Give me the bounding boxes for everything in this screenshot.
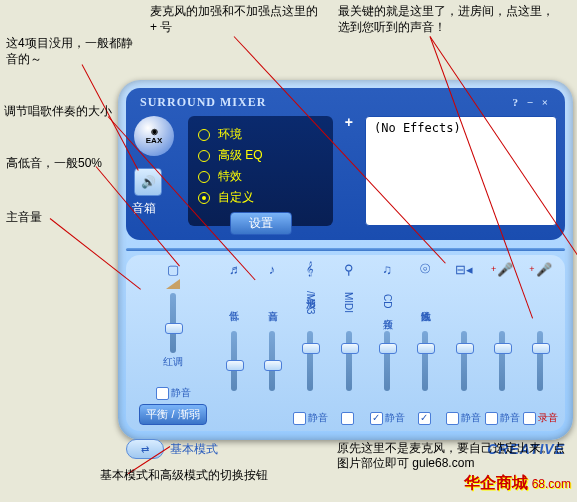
volume-slider[interactable]	[422, 331, 428, 391]
channel-9: +🎤录音	[522, 261, 559, 425]
volume-icon	[166, 277, 180, 291]
window-controls[interactable]: ? − ×	[512, 96, 551, 108]
annotation-treble-bass: 高低音，一般50%	[6, 156, 116, 172]
speaker-label: 音箱	[132, 200, 156, 217]
annotation-master-vol: 主音量	[6, 210, 42, 226]
mute-checkbox[interactable]: ✓	[418, 412, 431, 425]
channel-icon: ▢	[167, 261, 179, 277]
annotation-mic-boost: 麦克风的加强和不加强点这里的 + 号	[150, 4, 320, 35]
eax-logo: ◉EAX	[134, 116, 174, 156]
mute-checkbox[interactable]	[485, 412, 498, 425]
volume-slider[interactable]	[461, 331, 467, 391]
volume-slider[interactable]	[499, 331, 505, 391]
mute-label: 录音	[538, 411, 558, 425]
annotation-key-rec: 最关键的就是这里了，进房间，点这里，选到您听到的声音！	[338, 4, 558, 35]
window-title: SURROUND MIXER	[140, 95, 266, 110]
balance-button[interactable]: 平衡 / 渐弱	[139, 404, 206, 425]
volume-slider[interactable]	[346, 331, 352, 391]
title-bar: SURROUND MIXER ? − ×	[126, 88, 565, 116]
mode-label: 基本模式	[170, 441, 218, 458]
effects-list[interactable]: (No Effects)	[365, 116, 557, 226]
volume-slider[interactable]	[307, 331, 313, 391]
annotation-mic-select: 原先这里不是麦克风，要自己选定出来。点图片部位即可 gule68.com	[337, 441, 567, 472]
channel-8: +🎤静音	[483, 261, 520, 425]
mute-checkbox[interactable]	[341, 412, 354, 425]
radio-adv-eq[interactable]: 高级 EQ	[198, 147, 323, 164]
env-options: 环境 高级 EQ 特效 自定义 设置	[188, 116, 333, 226]
radio-effects[interactable]: 特效	[198, 168, 323, 185]
plus-icon[interactable]: +	[345, 114, 353, 130]
channel-icon: ⚲	[344, 261, 354, 277]
channel-icon: ⊟◂	[455, 261, 473, 277]
channel-label: 高音	[265, 279, 279, 327]
watermark: 华企商城 68.com	[464, 473, 571, 494]
volume-slider[interactable]	[384, 331, 390, 391]
volume-slider[interactable]	[537, 331, 543, 391]
mute-checkbox[interactable]	[446, 412, 459, 425]
annotation-mode-switch: 基本模式和高级模式的切换按钮	[100, 468, 300, 484]
channel-1: ♬低音	[215, 261, 252, 425]
mute-label: 静音	[385, 411, 405, 425]
volume-slider[interactable]	[269, 331, 275, 391]
channel-label: CD 音频	[380, 279, 394, 327]
channel-4: ⚲MIDI	[330, 261, 367, 425]
channel-0: ▢红调静音平衡 / 渐弱	[132, 261, 214, 425]
mute-label: 静音	[500, 411, 520, 425]
channel-label: MIDI	[343, 279, 354, 327]
divider	[126, 248, 565, 251]
channel-icon: ♪	[269, 261, 276, 277]
volume-slider[interactable]	[231, 331, 237, 391]
channel-icon: +🎤	[529, 261, 551, 277]
top-panel: SURROUND MIXER ? − × ◉EAX 🔊 音箱 + 环境 高级 E…	[126, 88, 565, 240]
annotation-accompaniment: 调节唱歌伴奏的大小	[4, 104, 114, 120]
mute-checkbox[interactable]	[156, 387, 169, 400]
channel-label: 线性输入	[418, 279, 432, 327]
slider-panel: ▢红调静音平衡 / 渐弱♬低音♪高音𝄞波形/MP3静音⚲MIDI♫CD 音频✓静…	[126, 255, 565, 431]
channel-7: ⊟◂静音	[445, 261, 482, 425]
channel-6: ⦾线性输入✓	[407, 261, 444, 425]
settings-button[interactable]: 设置	[230, 212, 292, 235]
channel-icon: ♬	[229, 261, 239, 277]
radio-environment[interactable]: 环境	[198, 126, 323, 143]
mute-checkbox[interactable]	[523, 412, 536, 425]
mute-label: 静音	[461, 411, 481, 425]
mode-toggle[interactable]: ⇄	[126, 439, 164, 459]
channel-icon: ♫	[382, 261, 392, 277]
channel-5: ♫CD 音频✓静音	[368, 261, 405, 425]
channel-label: 低音	[227, 279, 241, 327]
channel-2: ♪高音	[253, 261, 290, 425]
mute-label: 静音	[171, 386, 191, 400]
channel-label: 红调	[163, 355, 183, 367]
mute-checkbox[interactable]: ✓	[370, 412, 383, 425]
surround-mixer-window: SURROUND MIXER ? − × ◉EAX 🔊 音箱 + 环境 高级 E…	[118, 80, 573, 440]
volume-slider[interactable]	[170, 293, 176, 353]
channel-label: 波形/MP3	[303, 279, 317, 327]
channel-3: 𝄞波形/MP3静音	[292, 261, 329, 425]
mute-label: 静音	[308, 411, 328, 425]
annotation-unused: 这4项目没用，一般都静音的～	[6, 36, 136, 67]
radio-custom[interactable]: 自定义	[198, 189, 323, 206]
speaker-button[interactable]: 🔊	[134, 168, 162, 196]
mute-checkbox[interactable]	[293, 412, 306, 425]
channel-icon: ⦾	[420, 261, 430, 277]
channel-icon: +🎤	[491, 261, 513, 277]
channel-icon: 𝄞	[306, 261, 314, 277]
